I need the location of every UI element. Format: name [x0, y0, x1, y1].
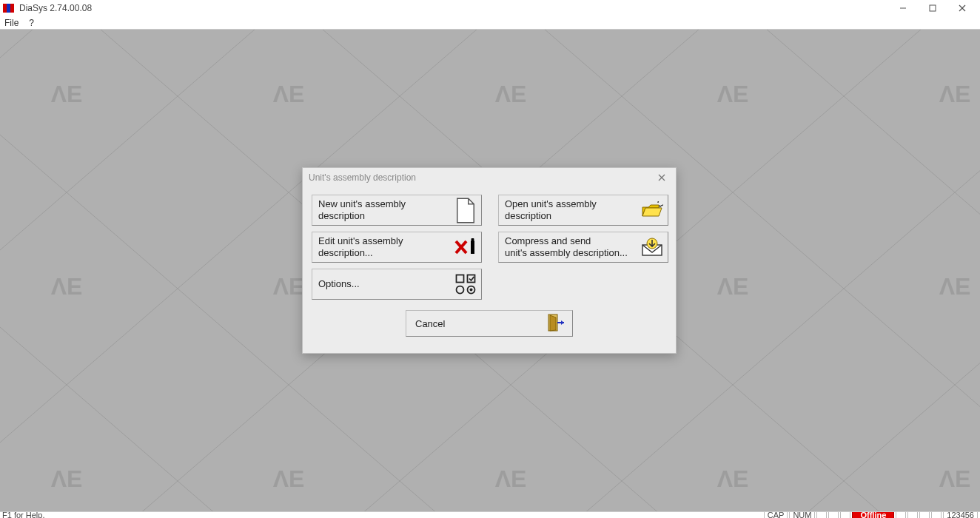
app-icon [3, 2, 15, 14]
close-button[interactable] [947, 0, 977, 16]
dialog-title: Unit's assembly description [309, 172, 654, 183]
svg-rect-1 [7, 4, 10, 13]
svg-marker-25 [561, 320, 564, 325]
compress-send-label-1: Compress and send [505, 235, 628, 247]
maximize-button[interactable] [918, 0, 947, 16]
cancel-button[interactable]: Cancel [406, 310, 573, 337]
edit-assembly-button[interactable]: Edit unit's assembly description... [312, 232, 482, 263]
status-pad-4 [896, 511, 906, 518]
edit-assembly-label-1: Edit unit's assembly [318, 235, 403, 247]
options-icon [454, 273, 477, 295]
envelope-download-icon [641, 236, 663, 258]
svg-rect-4 [930, 5, 936, 11]
status-pad-7 [931, 511, 942, 518]
svg-rect-0 [3, 4, 7, 13]
dialog-titlebar: Unit's assembly description [303, 168, 676, 187]
new-assembly-button[interactable]: New unit's assembly description [312, 195, 482, 226]
status-pad-2 [828, 511, 839, 518]
status-pad-3 [840, 511, 850, 518]
window-titlebar: DiaSys 2.74.00.08 [0, 0, 980, 16]
window-title: DiaSys 2.74.00.08 [19, 3, 92, 13]
workspace: ΛE Unit's assembly description New unit'… [0, 30, 980, 511]
statusbar: F1 for Help. CAP NUM Offline 123456 [0, 511, 980, 518]
edit-assembly-label-2: description... [318, 247, 403, 259]
status-code: 123456 [943, 511, 978, 518]
folder-open-icon [641, 199, 663, 221]
exit-door-icon [547, 313, 566, 334]
compress-send-label-2: unit's assembly description... [505, 247, 628, 259]
new-assembly-label-2: description [318, 210, 406, 222]
svg-rect-15 [457, 275, 464, 283]
edit-x-icon [454, 236, 477, 258]
svg-rect-2 [10, 4, 14, 13]
open-assembly-label-1: Open unit's assembly [505, 198, 597, 210]
status-pad-1 [816, 511, 827, 518]
options-button[interactable]: Options... [312, 269, 482, 300]
open-assembly-button[interactable]: Open unit's assembly description [498, 195, 668, 226]
svg-point-17 [457, 286, 464, 294]
menu-file[interactable]: File [4, 18, 19, 28]
menubar: File ? [0, 16, 980, 30]
minimize-button[interactable] [888, 0, 918, 16]
svg-point-14 [471, 238, 474, 241]
status-num: NUM [789, 511, 815, 518]
dialog-close-button[interactable] [654, 171, 670, 184]
status-cap: CAP [764, 511, 788, 518]
svg-rect-13 [471, 240, 474, 254]
new-assembly-label-1: New unit's assembly [318, 198, 406, 210]
cancel-label: Cancel [415, 318, 445, 329]
dialog-assembly-description: Unit's assembly description New unit's a… [302, 167, 677, 354]
status-offline: Offline [852, 511, 894, 518]
options-label: Options... [318, 278, 360, 290]
new-document-icon [454, 199, 477, 221]
menu-help[interactable]: ? [29, 18, 34, 28]
open-assembly-label-2: description [505, 210, 597, 222]
svg-marker-24 [550, 315, 556, 331]
svg-point-19 [470, 289, 473, 292]
compress-send-button[interactable]: Compress and send unit's assembly descri… [498, 232, 668, 263]
status-pad-5 [907, 511, 918, 518]
status-pad-6 [919, 511, 930, 518]
status-hint: F1 for Help. [2, 511, 764, 518]
